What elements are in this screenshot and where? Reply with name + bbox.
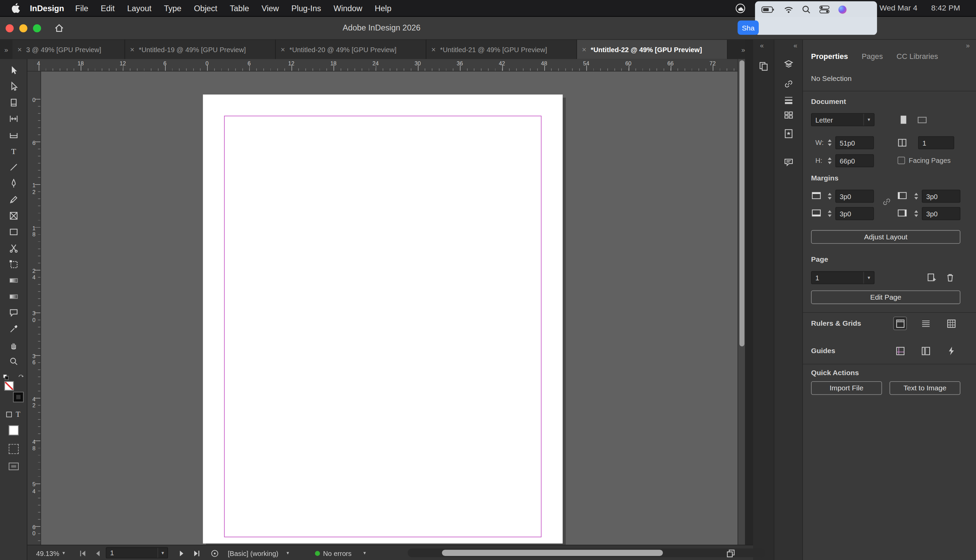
menu-item[interactable]: Layout: [121, 0, 157, 17]
minimize-window-button[interactable]: [19, 24, 27, 33]
scissors-tool[interactable]: [5, 240, 22, 256]
panel-tab[interactable]: CC Libraries: [897, 52, 938, 61]
horizontal-ruler[interactable]: 418126061218243036424854606672: [35, 59, 738, 72]
formatting-text-icon[interactable]: T: [16, 410, 20, 418]
page-number-dropdown[interactable]: 1 ▾: [106, 547, 168, 558]
zoom-window-button[interactable]: [33, 24, 41, 33]
margin-top-stepper[interactable]: [826, 190, 833, 203]
horizontal-scrollbar-thumb[interactable]: [442, 550, 663, 556]
menu-item[interactable]: Type: [157, 0, 188, 17]
menu-item[interactable]: File: [69, 0, 95, 17]
control-center-icon[interactable]: [819, 5, 830, 14]
menu-item[interactable]: Object: [188, 0, 224, 17]
battery-icon[interactable]: [761, 5, 775, 15]
hand-tool[interactable]: [5, 337, 22, 353]
document-tab[interactable]: × *Untitled-21 @ 49% [GPU Preview]: [426, 40, 577, 59]
close-icon[interactable]: ×: [431, 45, 436, 54]
pasteboard-canvas[interactable]: [41, 72, 737, 545]
note-tool[interactable]: [5, 305, 22, 321]
direct-selection-tool[interactable]: [5, 78, 22, 95]
margin-bottom-stepper[interactable]: [826, 207, 833, 220]
close-icon[interactable]: ×: [17, 45, 22, 54]
orientation-portrait-button[interactable]: [898, 115, 909, 125]
collapse-panels-icon[interactable]: «: [794, 42, 797, 49]
apple-logo-icon[interactable]: [11, 3, 20, 13]
vertical-scrollbar-thumb[interactable]: [739, 60, 745, 347]
search-icon[interactable]: [802, 5, 811, 15]
gradient-swatch-tool[interactable]: [5, 272, 22, 288]
zoom-tool[interactable]: [5, 353, 22, 369]
height-field[interactable]: 66p0: [836, 154, 874, 168]
stroke-swatch[interactable]: [13, 392, 23, 402]
content-collector-tool[interactable]: [5, 127, 22, 143]
close-window-button[interactable]: [6, 24, 14, 33]
show-rulers-icon[interactable]: [894, 317, 906, 330]
vertical-scrollbar[interactable]: [737, 59, 745, 545]
margin-right-field[interactable]: 3p0: [922, 207, 960, 220]
formatting-container-icon[interactable]: [7, 412, 12, 417]
collapse-panels-icon[interactable]: «: [760, 42, 764, 49]
tab-overflow-left-icon[interactable]: »: [0, 40, 13, 59]
menu-item[interactable]: View: [255, 0, 285, 17]
creative-cloud-icon[interactable]: [735, 3, 745, 13]
screen-mode-icon[interactable]: [8, 463, 18, 470]
text-to-image-button[interactable]: Text to Image: [889, 381, 960, 395]
ruler-origin-box[interactable]: [27, 59, 35, 72]
margin-left-field[interactable]: 3p0: [922, 190, 960, 203]
pen-tool[interactable]: [5, 175, 22, 192]
panel-tab[interactable]: Pages: [862, 52, 883, 61]
margin-left-stepper[interactable]: [912, 190, 920, 203]
app-name[interactable]: InDesign: [30, 3, 64, 13]
rectangle-tool[interactable]: [5, 224, 22, 240]
menu-item[interactable]: Plug-Ins: [285, 0, 327, 17]
wifi-icon[interactable]: [784, 5, 793, 14]
cc-libraries-icon[interactable]: [783, 128, 794, 139]
first-page-icon[interactable]: [78, 545, 87, 560]
share-button[interactable]: Sha: [737, 21, 759, 35]
menu-date[interactable]: Wed Mar 4: [879, 0, 918, 17]
menu-item[interactable]: Help: [368, 0, 398, 17]
swap-fill-stroke-icon[interactable]: [18, 375, 24, 380]
delete-page-icon[interactable]: [945, 272, 955, 283]
facing-pages-checkbox[interactable]: [898, 157, 905, 164]
pencil-tool[interactable]: [5, 192, 22, 208]
menu-item[interactable]: Table: [224, 0, 256, 17]
previous-page-icon[interactable]: [94, 545, 102, 560]
menu-time[interactable]: 8:42 PM: [931, 0, 960, 17]
normal-view-icon[interactable]: [8, 444, 18, 454]
preflight-profile-dropdown[interactable]: [Basic] (working) ▾: [228, 545, 289, 560]
comments-icon[interactable]: [783, 157, 794, 168]
width-stepper[interactable]: [826, 136, 833, 149]
apply-none-swatch[interactable]: [8, 425, 18, 435]
swatches-icon[interactable]: [783, 109, 794, 120]
selection-tool[interactable]: [5, 62, 22, 78]
orientation-landscape-button[interactable]: [917, 115, 927, 125]
gradient-feather-tool[interactable]: [5, 288, 22, 305]
fill-swatch-none[interactable]: [4, 381, 13, 391]
pages-panel-icon[interactable]: [758, 61, 769, 72]
baseline-grid-icon[interactable]: [919, 317, 932, 330]
type-tool[interactable]: T: [5, 143, 22, 159]
links-icon[interactable]: [783, 78, 794, 89]
document-tab[interactable]: × 3 @ 49% [GPU Preview]: [13, 40, 125, 59]
margin-right-stepper[interactable]: [912, 207, 920, 220]
document-tab[interactable]: × *Untitled-22 @ 49% [GPU Preview]: [577, 40, 728, 59]
vertical-ruler[interactable]: 06121824303642485460: [27, 72, 41, 545]
siri-icon[interactable]: [838, 5, 847, 15]
zoom-level-dropdown[interactable]: 49.13% ▾: [36, 545, 65, 560]
import-file-button[interactable]: Import File: [811, 381, 882, 395]
last-page-icon[interactable]: [192, 545, 201, 560]
gap-tool[interactable]: [5, 111, 22, 127]
horizontal-scrollbar[interactable]: [408, 548, 765, 557]
margin-top-field[interactable]: 3p0: [836, 190, 874, 203]
page-tool[interactable]: [5, 95, 22, 111]
preflight-status-dropdown[interactable]: No errors ▾: [315, 545, 366, 560]
show-guides-icon[interactable]: [894, 345, 906, 357]
layers-icon[interactable]: [783, 59, 794, 70]
page-select[interactable]: 1 ▾: [811, 271, 874, 284]
document-tab[interactable]: × *Untitled-20 @ 49% [GPU Preview]: [276, 40, 426, 59]
panel-tab[interactable]: Properties: [811, 52, 848, 61]
default-fill-stroke-icon[interactable]: [3, 375, 9, 380]
menu-item[interactable]: Window: [328, 0, 369, 17]
smart-guides-icon[interactable]: [945, 345, 958, 357]
